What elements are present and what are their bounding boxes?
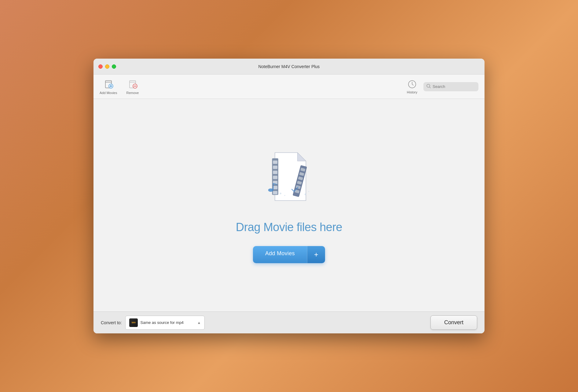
close-icon[interactable]	[98, 64, 103, 69]
history-label: History	[407, 90, 417, 94]
film-document-icon	[249, 147, 329, 209]
format-icon: M4V	[129, 318, 138, 327]
toolbar-right: History	[407, 79, 478, 94]
remove-label: Remove	[126, 91, 139, 95]
search-box[interactable]	[423, 82, 478, 91]
app-window: NoteBurner M4V Converter Plus Add Movies	[93, 59, 485, 333]
svg-point-33	[284, 195, 285, 196]
svg-rect-17	[273, 171, 277, 174]
toolbar: Add Movies Remove	[93, 74, 485, 99]
bottom-bar: Convert to: M4V Same as source for mp4 ▲…	[93, 311, 485, 333]
drag-drop-text: Drag Movie files here	[236, 221, 342, 234]
svg-point-34	[305, 193, 306, 195]
svg-rect-15	[273, 160, 277, 164]
convert-button[interactable]: Convert	[430, 315, 477, 330]
drop-area: Drag Movie files here Add Movies +	[236, 147, 342, 263]
titlebar: NoteBurner M4V Converter Plus	[93, 59, 485, 74]
svg-point-35	[308, 191, 309, 192]
svg-line-13	[430, 87, 430, 88]
history-icon	[407, 79, 417, 89]
minimize-icon[interactable]	[105, 64, 109, 69]
svg-rect-16	[273, 165, 277, 169]
svg-rect-18	[273, 176, 277, 179]
maximize-icon[interactable]	[112, 64, 116, 69]
search-icon	[426, 84, 431, 89]
format-selector[interactable]: M4V Same as source for mp4 ▲	[125, 316, 205, 330]
window-controls	[98, 64, 116, 69]
svg-point-29	[268, 188, 273, 192]
svg-rect-20	[273, 186, 277, 189]
history-button[interactable]: History	[407, 79, 417, 94]
format-label: Same as source for mp4	[140, 320, 195, 325]
chevron-up-icon: ▲	[197, 321, 201, 325]
add-movies-button[interactable]: Add Movies +	[253, 246, 325, 263]
main-content: Drag Movie files here Add Movies +	[93, 99, 485, 311]
remove-toolbar-button[interactable]: Remove	[126, 79, 139, 95]
search-input[interactable]	[433, 84, 475, 89]
window-title: NoteBurner M4V Converter Plus	[258, 64, 320, 69]
convert-to-label: Convert to:	[101, 320, 122, 325]
add-movies-icon	[103, 79, 114, 90]
add-movies-plus-icon: +	[307, 246, 325, 263]
svg-point-32	[280, 193, 282, 194]
remove-icon	[127, 79, 138, 90]
svg-point-36	[275, 191, 276, 192]
add-movies-button-label: Add Movies	[253, 246, 307, 263]
add-movies-label: Add Movies	[100, 91, 117, 95]
add-movies-toolbar-button[interactable]: Add Movies	[100, 79, 117, 95]
